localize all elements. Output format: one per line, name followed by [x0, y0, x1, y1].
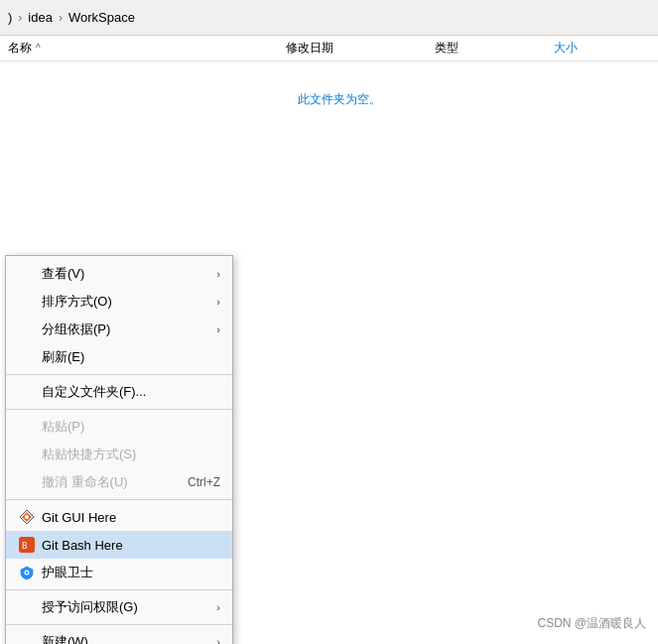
menu-item-git-gui[interactable]: Git GUI Here — [6, 503, 232, 531]
menu-item-paste[interactable]: 粘贴(P) — [6, 413, 232, 441]
menu-item-view[interactable]: 查看(V) › — [6, 260, 232, 288]
svg-point-2 — [25, 515, 29, 519]
col-size-label[interactable]: 大小 — [554, 41, 578, 55]
breadcrumb-workspace[interactable]: WorkSpace — [68, 10, 135, 25]
menu-item-group[interactable]: 分组依据(P) › — [6, 316, 232, 343]
menu-label-paste-shortcut: 粘贴快捷方式(S) — [42, 446, 220, 463]
menu-separator-1 — [6, 374, 232, 375]
git-gui-icon — [18, 508, 36, 526]
context-menu: 查看(V) › 排序方式(O) › 分组依据(P) › 刷新(E) 自定义文件夹… — [5, 255, 233, 644]
col-type-label[interactable]: 类型 — [435, 41, 459, 55]
menu-arrow-grant-access: › — [216, 601, 220, 613]
menu-icon-placeholder — [18, 348, 36, 366]
git-bash-icon: B — [18, 536, 36, 554]
menu-label-git-gui: Git GUI Here — [42, 510, 220, 525]
menu-icon-placeholder — [18, 598, 36, 616]
menu-separator-2 — [6, 409, 232, 410]
menu-label-view: 查看(V) — [42, 265, 216, 283]
menu-label-refresh: 刷新(E) — [42, 348, 220, 366]
menu-separator-5 — [6, 624, 232, 625]
watermark: CSDN @温酒暖良人 — [537, 615, 646, 632]
eye-guard-icon — [18, 564, 36, 581]
menu-item-eye-guard[interactable]: 护眼卫士 — [6, 559, 232, 586]
empty-folder-message: 此文件夹为空。 — [298, 91, 381, 108]
breadcrumb-idea[interactable]: idea — [28, 10, 53, 25]
breadcrumb-paren: ) — [8, 10, 12, 25]
explorer-header: ) › idea › WorkSpace — [0, 0, 658, 36]
menu-icon-placeholder — [18, 383, 36, 401]
col-name-label[interactable]: 名称 — [8, 40, 32, 57]
menu-label-group: 分组依据(P) — [42, 321, 216, 338]
menu-arrow-new: › — [216, 636, 220, 644]
menu-icon-placeholder — [18, 265, 36, 283]
menu-item-undo[interactable]: 撤消 重命名(U) Ctrl+Z — [6, 468, 232, 496]
column-headers: 名称 ^ 修改日期 类型 大小 — [0, 36, 658, 62]
col-date-label[interactable]: 修改日期 — [286, 41, 333, 55]
menu-item-paste-shortcut[interactable]: 粘贴快捷方式(S) — [6, 441, 232, 468]
menu-label-undo: 撤消 重命名(U) — [42, 473, 168, 491]
menu-icon-placeholder — [18, 473, 36, 491]
menu-item-git-bash[interactable]: B Git Bash Here — [6, 531, 232, 559]
menu-separator-3 — [6, 499, 232, 500]
menu-shortcut-undo: Ctrl+Z — [188, 475, 220, 489]
menu-icon-placeholder — [18, 293, 36, 311]
menu-item-grant-access[interactable]: 授予访问权限(G) › — [6, 593, 232, 621]
col-name-sort-arrow: ^ — [36, 43, 41, 54]
menu-item-customize[interactable]: 自定义文件夹(F)... — [6, 378, 232, 406]
menu-label-new: 新建(W) — [42, 633, 216, 644]
menu-item-sort[interactable]: 排序方式(O) › — [6, 288, 232, 316]
menu-label-customize: 自定义文件夹(F)... — [42, 383, 220, 401]
menu-label-paste: 粘贴(P) — [42, 418, 220, 436]
menu-label-sort: 排序方式(O) — [42, 293, 216, 311]
file-area: 此文件夹为空。 查看(V) › 排序方式(O) › 分组依据(P) › 刷新(E… — [0, 62, 658, 644]
menu-label-grant-access: 授予访问权限(G) — [42, 598, 216, 616]
svg-text:B: B — [22, 541, 27, 551]
svg-point-6 — [26, 572, 28, 574]
menu-icon-placeholder — [18, 633, 36, 644]
menu-icon-placeholder — [18, 418, 36, 436]
menu-separator-4 — [6, 589, 232, 590]
menu-item-new[interactable]: 新建(W) › — [6, 628, 232, 644]
menu-item-refresh[interactable]: 刷新(E) — [6, 343, 232, 371]
menu-icon-placeholder — [18, 321, 36, 338]
menu-label-git-bash: Git Bash Here — [42, 538, 220, 553]
menu-arrow-view: › — [216, 268, 220, 280]
menu-arrow-sort: › — [216, 296, 220, 308]
menu-label-eye-guard: 护眼卫士 — [42, 564, 220, 581]
menu-arrow-group: › — [216, 323, 220, 335]
menu-icon-placeholder — [18, 446, 36, 463]
